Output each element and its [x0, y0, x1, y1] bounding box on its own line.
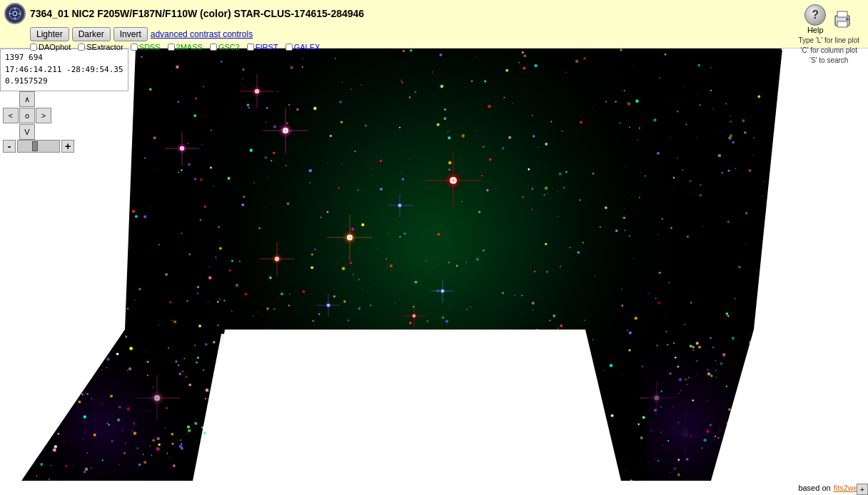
header-right: ? Help Type 'L' for line plot'C' for col… — [794, 3, 864, 67]
print-button[interactable] — [832, 9, 853, 30]
space-image-canvas[interactable] — [0, 49, 868, 481]
catalog-daophot[interactable]: DAOphot — [30, 43, 71, 51]
catalog-first[interactable]: FIRST — [247, 43, 278, 51]
catalog-sdss[interactable]: SDSS — [131, 43, 161, 51]
page-title: 7364_01 NIC2 F205W/F187N/F110W (color) S… — [30, 8, 364, 19]
sdss-checkbox[interactable] — [131, 44, 138, 51]
sextractor-label: SExtractor — [86, 43, 123, 51]
zoom-slider-track[interactable] — [17, 140, 60, 153]
svg-point-9 — [846, 18, 849, 21]
daophot-checkbox[interactable] — [30, 44, 37, 51]
nav-middle-row: < o > — [3, 108, 51, 123]
lighter-button[interactable]: Lighter — [30, 27, 69, 41]
svg-rect-7 — [837, 11, 847, 17]
2mass-label: 2MASS — [176, 43, 203, 51]
svg-rect-8 — [837, 21, 847, 27]
catalog-sextractor[interactable]: SExtractor — [78, 43, 123, 51]
galex-label: GALEX — [294, 43, 321, 51]
zoom-slider-handle[interactable] — [32, 141, 38, 151]
gsc2-checkbox[interactable] — [210, 44, 217, 51]
catalog-gsc2[interactable]: GSC2 — [210, 43, 240, 51]
zoom-panel: - + — [3, 140, 74, 153]
catalog-galex[interactable]: GALEX — [286, 43, 321, 51]
nav-right-button[interactable]: > — [36, 108, 51, 123]
info-panel: 1397 694 17:46:14.211 -28:49:54.35 0.915… — [0, 49, 128, 91]
invert-button[interactable]: Invert — [113, 27, 148, 41]
value-display: 0.9157529 — [5, 76, 123, 88]
nav-up-row: ∧ — [19, 91, 35, 107]
header-left: 7364_01 NIC2 F205W/F187N/F110W (color) S… — [4, 3, 794, 51]
darker-button[interactable]: Darker — [72, 27, 111, 41]
zoom-corner-button[interactable]: + — [857, 484, 868, 495]
header: 7364_01 NIC2 F205W/F187N/F110W (color) S… — [0, 0, 868, 49]
keyboard-hints: Type 'L' for line plot'C' for column plo… — [798, 36, 859, 66]
logo-icon[interactable] — [4, 3, 26, 24]
help-label: Help — [807, 26, 824, 34]
sdss-label: SDSS — [139, 43, 161, 51]
sextractor-checkbox[interactable] — [78, 44, 85, 51]
zoom-in-button[interactable]: + — [61, 140, 74, 153]
zoom-out-button[interactable]: - — [3, 140, 16, 153]
gsc2-label: GSC2 — [218, 43, 240, 51]
coords-display: 1397 694 — [5, 52, 123, 64]
radec-display: 17:46:14.211 -28:49:54.35 — [5, 64, 123, 76]
main-image-area[interactable]: 1397 694 17:46:14.211 -28:49:54.35 0.915… — [0, 49, 868, 481]
help-print-row: ? Help — [804, 4, 853, 34]
2mass-checkbox[interactable] — [168, 44, 175, 51]
first-checkbox[interactable] — [247, 44, 254, 51]
help-icon: ? — [804, 4, 826, 26]
title-row: 7364_01 NIC2 F205W/F187N/F110W (color) S… — [4, 3, 794, 24]
controls-row: Lighter Darker Invert advanced contrast … — [30, 27, 794, 41]
nav-center-button[interactable]: o — [19, 108, 35, 123]
first-label: FIRST — [256, 43, 278, 51]
nav-left-button[interactable]: < — [3, 108, 19, 123]
catalog-2mass[interactable]: 2MASS — [168, 43, 203, 51]
navigation-panel: ∧ < o > V — [3, 91, 51, 140]
help-button[interactable]: ? Help — [804, 4, 826, 34]
galex-checkbox[interactable] — [286, 44, 293, 51]
daophot-label: DAOphot — [39, 43, 71, 51]
nav-down-row: V — [19, 124, 35, 140]
nav-up-button[interactable]: ∧ — [19, 91, 35, 107]
footer: based on fits2web + — [792, 481, 868, 495]
based-on-text: based on — [798, 484, 830, 492]
advanced-contrast-link[interactable]: advanced contrast controls — [151, 29, 253, 39]
catalog-row: DAOphot SExtractor SDSS 2MASS GSC2 FIRST — [30, 43, 794, 51]
nav-down-button[interactable]: V — [19, 124, 35, 140]
